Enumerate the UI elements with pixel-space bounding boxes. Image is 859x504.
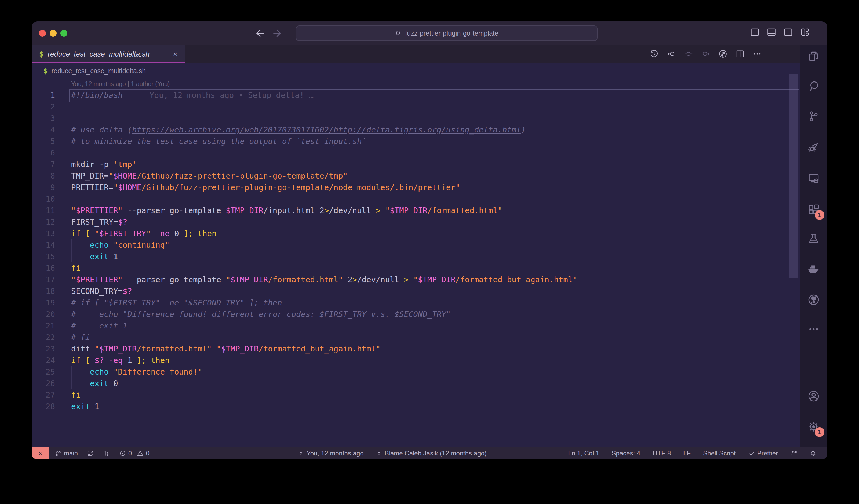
- code-line[interactable]: 28exit 1: [32, 401, 800, 412]
- code-line[interactable]: 2: [32, 101, 800, 113]
- feedback-status[interactable]: [790, 450, 797, 457]
- code-line[interactable]: 8TMP_DIR="$HOME/Github/fuzz-prettier-plu…: [32, 170, 800, 182]
- code-line[interactable]: 17"$PRETTIER" --parser go-template "$TMP…: [32, 274, 800, 285]
- code-text: exit 1: [71, 251, 118, 263]
- remote-indicator[interactable]: [32, 447, 49, 459]
- code-text: echo "continuing": [71, 239, 170, 251]
- breadcrumb[interactable]: $ reduce_test_case_multidelta.sh: [32, 63, 800, 78]
- code-line[interactable]: 20# echo "Difference found! different er…: [32, 309, 800, 320]
- compare-changes-status[interactable]: [103, 450, 110, 457]
- search-icon[interactable]: [806, 79, 821, 94]
- open-changes-icon[interactable]: [684, 49, 693, 59]
- line-number: 26: [32, 378, 55, 389]
- settings-gear-icon[interactable]: 1: [806, 419, 821, 434]
- branch-status[interactable]: main: [55, 450, 78, 457]
- run-debug-icon[interactable]: [806, 139, 821, 154]
- code-line[interactable]: 12FIRST_TRY=$?: [32, 216, 800, 228]
- tab-close-icon[interactable]: ×: [173, 50, 178, 58]
- line-number: 3: [32, 113, 55, 124]
- code-line[interactable]: 23diff "$TMP_DIR/formatted.html" "$TMP_D…: [32, 343, 800, 355]
- code-line[interactable]: 25 echo "Difference found!": [32, 366, 800, 378]
- code-line[interactable]: 14 echo "continuing": [32, 239, 800, 251]
- timeline-history-icon[interactable]: [650, 49, 659, 59]
- line-number: 10: [32, 193, 55, 205]
- shell-file-icon: $: [39, 50, 44, 58]
- minimize-traffic-light[interactable]: [50, 30, 57, 37]
- gitlens-graph-icon[interactable]: [718, 49, 727, 59]
- split-editor-icon[interactable]: [736, 49, 745, 59]
- indent-guide: [71, 378, 72, 389]
- code-line[interactable]: 1#!/bin/bashYou, 12 months ago • Setup d…: [32, 90, 800, 101]
- code-line[interactable]: 11"$PRETTIER" --parser go-template $TMP_…: [32, 205, 800, 216]
- line-number: 25: [32, 366, 55, 378]
- zoom-traffic-light[interactable]: [60, 30, 67, 37]
- code-line[interactable]: 26 exit 0: [32, 378, 800, 389]
- tab-reduce-test-case[interactable]: $ reduce_test_case_multidelta.sh ×: [32, 45, 185, 63]
- code-text: "$PRETTIER" --parser go-template $TMP_DI…: [71, 205, 502, 216]
- language-mode-status[interactable]: Shell Script: [703, 450, 736, 457]
- code-line[interactable]: 13if [ "$FIRST_TRY" -ne 0 ]; then: [32, 228, 800, 239]
- code-line[interactable]: 10: [32, 193, 800, 205]
- cursor-position-status[interactable]: Ln 1, Col 1: [568, 450, 599, 457]
- line-number: 23: [32, 343, 55, 355]
- check-icon: [748, 450, 755, 457]
- line-number: 13: [32, 228, 55, 239]
- close-traffic-light[interactable]: [39, 30, 46, 37]
- forward-arrow-icon[interactable]: [271, 27, 283, 39]
- more-views-icon[interactable]: [806, 322, 821, 337]
- remote-explorer-icon[interactable]: [806, 171, 821, 186]
- indentation-status[interactable]: Spaces: 4: [612, 450, 641, 457]
- sync-status[interactable]: [87, 450, 94, 457]
- code-line[interactable]: 6: [32, 147, 800, 159]
- previous-change-icon[interactable]: [667, 49, 676, 59]
- toggle-panel-icon[interactable]: [767, 27, 776, 37]
- compare-icon: [103, 450, 110, 457]
- account-icon[interactable]: [806, 389, 821, 404]
- customize-layout-icon[interactable]: [800, 27, 810, 37]
- code-line[interactable]: 22# fi: [32, 332, 800, 343]
- line-number: 5: [32, 136, 55, 147]
- extensions-icon[interactable]: 1: [806, 202, 821, 217]
- next-change-icon[interactable]: [701, 49, 710, 59]
- code-line[interactable]: 15 exit 1: [32, 251, 800, 263]
- code-text: fi: [71, 263, 80, 274]
- code-line[interactable]: 4# use delta (https://web.archive.org/we…: [32, 124, 800, 136]
- explorer-files-icon[interactable]: [806, 49, 821, 64]
- github-icon[interactable]: [806, 292, 821, 307]
- encoding-status[interactable]: UTF-8: [652, 450, 671, 457]
- line-number: 22: [32, 332, 55, 343]
- problems-status[interactable]: 0 0: [119, 450, 150, 457]
- code-line[interactable]: 19# if [ "$FIRST_TRY" -ne "$SECOND_TRY" …: [32, 297, 800, 309]
- source-control-icon[interactable]: [806, 109, 821, 124]
- notifications-status[interactable]: [810, 450, 817, 457]
- code-line[interactable]: 9PRETTIER="$HOME/Github/fuzz-prettier-pl…: [32, 182, 800, 193]
- docker-icon[interactable]: [806, 262, 821, 277]
- formatter-status[interactable]: Prettier: [748, 450, 778, 457]
- toggle-secondary-sidebar-icon[interactable]: [783, 27, 793, 37]
- code-line[interactable]: 27fi: [32, 389, 800, 401]
- code-line[interactable]: 21# exit 1: [32, 320, 800, 332]
- code-line[interactable]: 5# to minimize the test case using the o…: [32, 136, 800, 147]
- more-actions-icon[interactable]: [753, 49, 762, 59]
- code-line[interactable]: 7mkdir -p 'tmp': [32, 159, 800, 170]
- back-arrow-icon[interactable]: [254, 27, 266, 39]
- editor[interactable]: You, 12 months ago | 1 author (You) 1#!/…: [32, 78, 800, 447]
- code-line[interactable]: 24if [ $? -eq 1 ]; then: [32, 355, 800, 366]
- code-line[interactable]: 16fi: [32, 263, 800, 274]
- line-number: 14: [32, 239, 55, 251]
- command-center-search[interactable]: fuzz-prettier-plugin-go-template: [296, 26, 598, 41]
- line-number: 1: [32, 90, 55, 101]
- editor-scrollbar[interactable]: [789, 74, 798, 278]
- line-number: 20: [32, 309, 55, 320]
- eol-status[interactable]: LF: [683, 450, 691, 457]
- line-number: 19: [32, 297, 55, 309]
- blame-commit-status[interactable]: Blame Caleb Jasik (12 months ago): [376, 450, 487, 457]
- tab-strip: $ reduce_test_case_multidelta.sh ×: [32, 45, 800, 63]
- line-blame-status[interactable]: You, 12 months ago: [298, 450, 364, 457]
- testing-flask-icon[interactable]: [806, 231, 821, 246]
- code-line[interactable]: 3: [32, 113, 800, 124]
- gitlens-code-lens[interactable]: You, 12 months ago | 1 author (You): [32, 78, 800, 90]
- line-number: 6: [32, 147, 55, 159]
- toggle-primary-sidebar-icon[interactable]: [750, 27, 760, 37]
- code-line[interactable]: 18SECOND_TRY=$?: [32, 285, 800, 297]
